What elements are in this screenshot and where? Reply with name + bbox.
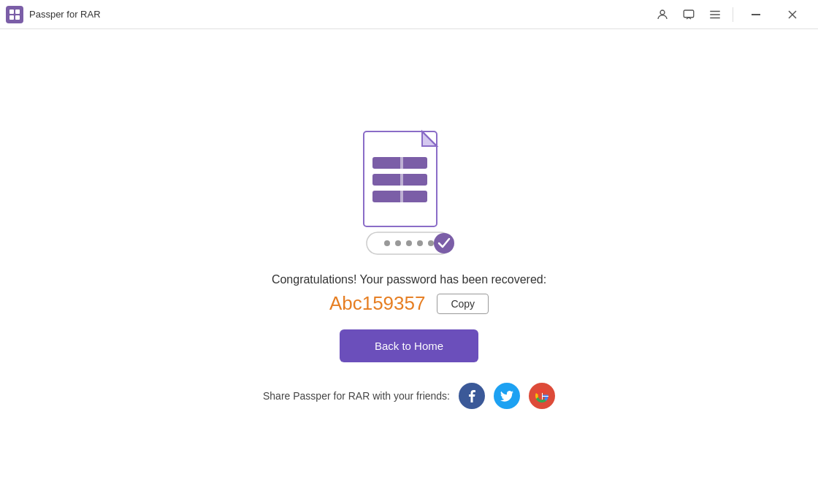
password-row: Abc159357 Copy — [329, 292, 489, 315]
svg-point-24 — [406, 240, 412, 246]
svg-rect-5 — [684, 10, 694, 18]
recovered-password: Abc159357 — [329, 292, 426, 315]
app-title: Passper for RAR — [29, 9, 101, 20]
google-button[interactable] — [529, 383, 555, 409]
svg-rect-9 — [752, 14, 760, 15]
svg-rect-16 — [400, 156, 403, 170]
svg-rect-0 — [9, 9, 14, 14]
svg-rect-20 — [400, 189, 403, 204]
svg-rect-17 — [372, 174, 427, 186]
file-illustration — [351, 124, 467, 256]
congrats-message: Congratulations! Your password has been … — [272, 273, 546, 286]
titlebar-left: Passper for RAR — [6, 6, 101, 23]
app-logo — [6, 6, 23, 23]
share-text: Share Passper for RAR with your friends: — [263, 390, 450, 402]
main-content: Congratulations! Your password has been … — [0, 29, 818, 504]
twitter-button[interactable] — [494, 383, 520, 409]
svg-rect-1 — [15, 9, 20, 14]
svg-point-25 — [417, 240, 423, 246]
copy-button[interactable]: Copy — [437, 294, 489, 314]
svg-point-27 — [434, 233, 454, 253]
titlebar-separator — [733, 7, 733, 22]
minimize-button[interactable] — [739, 3, 773, 26]
svg-rect-2 — [9, 15, 14, 20]
svg-point-23 — [395, 240, 401, 246]
back-to-home-button[interactable]: Back to Home — [340, 329, 478, 362]
share-row: Share Passper for RAR with your friends: — [263, 383, 555, 409]
titlebar-right — [651, 3, 809, 26]
facebook-button[interactable] — [459, 383, 485, 409]
menu-icon[interactable] — [703, 3, 727, 26]
chat-icon[interactable] — [677, 3, 700, 26]
svg-point-22 — [384, 240, 390, 246]
svg-point-4 — [660, 10, 665, 15]
svg-rect-18 — [400, 172, 403, 187]
svg-rect-3 — [15, 15, 20, 20]
close-button[interactable] — [776, 3, 809, 26]
user-icon[interactable] — [651, 3, 674, 26]
svg-rect-19 — [372, 191, 427, 202]
titlebar: Passper for RAR — [0, 0, 818, 29]
svg-point-26 — [428, 240, 434, 246]
svg-rect-15 — [372, 157, 427, 169]
